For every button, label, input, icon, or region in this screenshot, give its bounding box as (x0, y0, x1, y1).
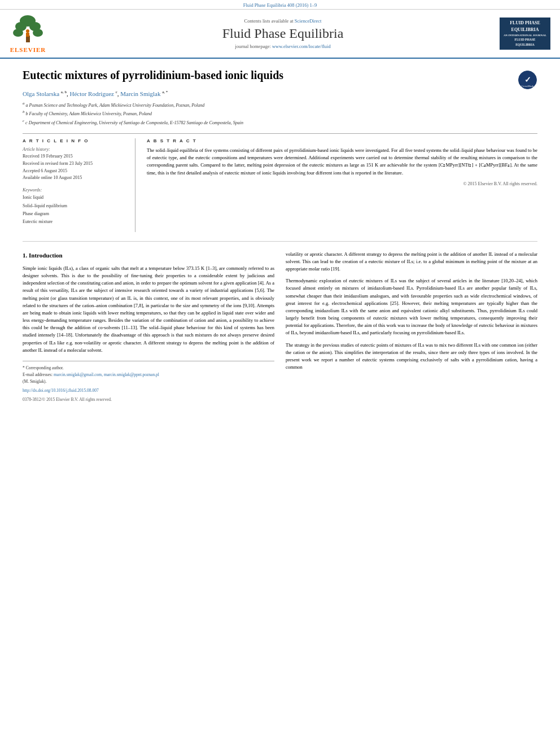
email-links[interactable]: marcin.smiglak@gmail.com, marcin.smiglak… (54, 372, 159, 377)
abstract-col: A B S T R A C T The solid–liquid equilib… (147, 138, 537, 232)
elsevier-tree-icon (7, 14, 49, 45)
affil-b: b b Faculty of Chemistry, Adam Mickiewic… (23, 109, 537, 117)
accepted-date: Accepted 6 August 2015 (23, 168, 128, 175)
journal-badge-area: FLUID PHASEEQUILIBRIA AN INTERNATIONAL J… (497, 14, 553, 53)
copyright-footer: 0378-3812/© 2015 Elsevier B.V. All right… (23, 396, 274, 403)
keyword-2: Solid–liquid equilibrium (23, 202, 128, 210)
available-date: Available online 10 August 2015 (23, 174, 128, 182)
elsevier-logo: ELSEVIER (7, 14, 49, 53)
received-date: Received 19 February 2015 (23, 153, 128, 160)
journal-header: ELSEVIER Contents lists available at Sci… (0, 10, 560, 59)
svg-rect-8 (26, 33, 29, 37)
right-para-3: The strategy in the previous studies of … (286, 342, 537, 372)
history-label: Article history: (23, 147, 128, 152)
sciencedirect-line: Contents lists available at ScienceDirec… (244, 18, 322, 24)
keywords-label: Keywords: (23, 187, 128, 193)
elsevier-logo-area: ELSEVIER (7, 14, 69, 53)
body-two-col: 1. Introduction Simple ionic liquids (IL… (23, 251, 537, 403)
journal-title: Fluid Phase Equilibria (222, 26, 344, 41)
svg-text:CrossMark: CrossMark (521, 85, 534, 88)
footnote-section: * Corresponding author. E-mail addresses… (23, 361, 274, 403)
homepage-link[interactable]: www.elsevier.com/locate/fluid (272, 43, 331, 49)
body-col-right: volatility or aprotic character. A diffe… (286, 251, 537, 403)
keyword-3: Phase diagram (23, 210, 128, 218)
revised-date: Received in revised form 23 July 2015 (23, 160, 128, 168)
abstract-text: The solid–liquid equilibria of five syst… (147, 147, 537, 177)
journal-title-area: Contents lists available at ScienceDirec… (75, 14, 491, 53)
elsevier-brand-text: ELSEVIER (10, 46, 46, 53)
svg-point-4 (13, 29, 23, 37)
body-col-left: 1. Introduction Simple ionic liquids (IL… (23, 251, 274, 403)
author-olga[interactable]: Olga Stolarska (23, 90, 59, 97)
keyword-4: Eutectic mixture (23, 218, 128, 226)
affil-a: a a Poznan Science and Technology Park, … (23, 101, 537, 109)
svg-point-7 (26, 29, 29, 33)
keyword-1: Ionic liquid (23, 194, 128, 202)
article-meta-row: A R T I C L E I N F O Article history: R… (23, 133, 537, 232)
article-title: Eutectic mixtures of pyrrolidinium-based… (23, 68, 283, 82)
journal-ref-text: Fluid Phase Equilibria 408 (2016) 1–9 (243, 2, 317, 8)
intro-heading: 1. Introduction (23, 251, 274, 260)
section-divider (23, 241, 537, 242)
article-info-col: A R T I C L E I N F O Article history: R… (23, 138, 135, 232)
keywords-list: Ionic liquid Solid–liquid equilibrium Ph… (23, 194, 128, 226)
title-row: Eutectic mixtures of pyrrolidinium-based… (23, 68, 537, 90)
corresponding-author-note: * Corresponding author. E-mail addresses… (23, 365, 274, 385)
journal-ref-bar: Fluid Phase Equilibria 408 (2016) 1–9 (0, 0, 560, 10)
svg-point-5 (33, 29, 43, 37)
svg-text:✓: ✓ (524, 76, 531, 84)
crossmark-icon[interactable]: ✓ CrossMark (518, 70, 537, 90)
intro-para-1: Simple ionic liquids (ILs), a class of o… (23, 265, 274, 354)
right-para-1: volatility or aprotic character. A diffe… (286, 251, 537, 273)
affiliations: a a Poznan Science and Technology Park, … (23, 101, 537, 126)
journal-homepage: journal homepage: www.elsevier.com/locat… (235, 43, 330, 49)
right-para-2: Thermodynamic exploration of eutectic mi… (286, 277, 537, 337)
copyright-line: © 2015 Elsevier B.V. All rights reserved… (147, 181, 537, 186)
affil-c: c c Department of Chemical Engineering, … (23, 118, 537, 126)
article-history: Article history: Received 19 February 20… (23, 147, 128, 182)
article-content: Eutectic mixtures of pyrrolidinium-based… (0, 59, 560, 414)
sciencedirect-link[interactable]: ScienceDirect (295, 18, 322, 24)
author-hector[interactable]: Héctor Rodríguez (69, 90, 114, 97)
authors-line: Olga Stolarska a, b, Héctor Rodríguez c,… (23, 90, 537, 97)
author-marcin[interactable]: Marcin Smiglak (120, 90, 160, 97)
journal-badge: FLUID PHASEEQUILIBRIA AN INTERNATIONAL J… (500, 18, 550, 49)
keywords-section: Keywords: Ionic liquid Solid–liquid equi… (23, 187, 128, 226)
article-info-label: A R T I C L E I N F O (23, 138, 128, 143)
abstract-label: A B S T R A C T (147, 138, 537, 143)
email-label: E-mail addresses: (23, 372, 53, 377)
doi-line[interactable]: http://dx.doi.org/10.1016/j.fluid.2015.0… (23, 387, 274, 394)
